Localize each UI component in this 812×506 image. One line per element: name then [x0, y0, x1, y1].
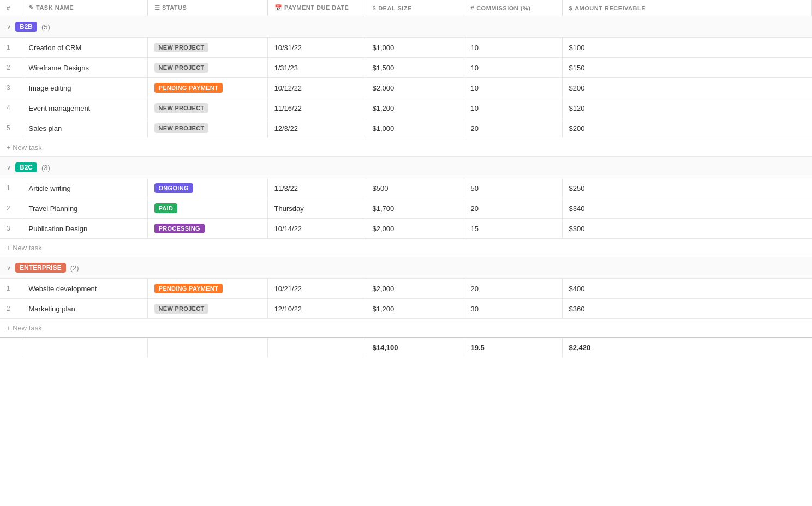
task-amount: $250 — [562, 178, 812, 198]
task-commission: 10 — [464, 38, 562, 58]
chevron-icon-b2b[interactable]: ∨ — [7, 23, 11, 31]
task-amount: $360 — [562, 299, 812, 319]
footer-deal-total: $14,100 — [366, 338, 464, 357]
task-date: 10/21/22 — [267, 279, 366, 299]
dollar-icon-amount: $ — [569, 5, 573, 11]
task-deal-size: $500 — [366, 178, 464, 198]
row-num: 3 — [0, 78, 22, 98]
group-header-b2c[interactable]: ∨B2C(3) — [0, 157, 812, 178]
task-commission: 20 — [464, 279, 562, 299]
task-commission: 10 — [464, 98, 562, 118]
task-name: Publication Design — [22, 219, 147, 239]
task-name: Creation of CRM — [22, 38, 147, 58]
task-deal-size: $2,000 — [366, 279, 464, 299]
chevron-icon-enterprise[interactable]: ∨ — [7, 264, 11, 272]
table-row[interactable]: 2Travel PlanningPAIDThursday$1,70020$340 — [0, 198, 812, 219]
status-badge: NEW PROJECT — [154, 43, 209, 52]
task-status: NEW PROJECT — [147, 118, 267, 138]
task-date: 11/3/22 — [267, 178, 366, 198]
group-badge-enterprise: ENTERPRISE — [15, 263, 66, 273]
row-num: 2 — [0, 198, 22, 219]
task-status: NEW PROJECT — [147, 299, 267, 319]
status-icon: ☰ — [154, 4, 160, 11]
main-table-container: # ✎TASK NAME ☰STATUS 📅PAYMENT DUE DATE $… — [0, 0, 812, 357]
table-row[interactable]: 1Website developmentPENDING PAYMENT10/21… — [0, 279, 812, 299]
new-task-label-b2b[interactable]: + New task — [0, 138, 812, 157]
status-badge: PENDING PAYMENT — [154, 284, 223, 293]
task-name: Website development — [22, 279, 147, 299]
footer-amount-total: $2,420 — [562, 338, 812, 357]
task-date: 10/14/22 — [267, 219, 366, 239]
table-row[interactable]: 1Creation of CRMNEW PROJECT10/31/22$1,00… — [0, 38, 812, 58]
row-num: 1 — [0, 279, 22, 299]
task-amount: $400 — [562, 279, 812, 299]
task-status: PAID — [147, 198, 267, 219]
table-row[interactable]: 3Publication DesignPROCESSING10/14/22$2,… — [0, 219, 812, 239]
row-num: 2 — [0, 58, 22, 78]
task-commission: 10 — [464, 78, 562, 98]
group-count-enterprise: (2) — [70, 264, 79, 272]
task-date: Thursday — [267, 198, 366, 219]
task-commission: 15 — [464, 219, 562, 239]
footer-cell-num — [0, 338, 22, 357]
new-task-label-enterprise[interactable]: + New task — [0, 319, 812, 338]
task-date: 12/3/22 — [267, 118, 366, 138]
table-footer: $14,100 19.5 $2,420 — [0, 338, 812, 357]
table-row[interactable]: 1Article writingONGOING11/3/22$50050$250 — [0, 178, 812, 198]
group-header-b2b[interactable]: ∨B2B(5) — [0, 16, 812, 38]
status-badge: NEW PROJECT — [154, 304, 209, 314]
status-badge: NEW PROJECT — [154, 103, 209, 113]
row-num: 4 — [0, 98, 22, 118]
task-deal-size: $1,500 — [366, 58, 464, 78]
new-task-label-b2c[interactable]: + New task — [0, 239, 812, 257]
task-date: 10/12/22 — [267, 78, 366, 98]
task-name-icon: ✎ — [29, 4, 34, 11]
chevron-icon-b2c[interactable]: ∨ — [7, 164, 11, 171]
table-row[interactable]: 4Event managementNEW PROJECT11/16/22$1,2… — [0, 98, 812, 118]
row-num: 1 — [0, 38, 22, 58]
footer-cell-date — [267, 338, 366, 357]
status-badge: PROCESSING — [154, 224, 205, 233]
task-date: 1/31/23 — [267, 58, 366, 78]
col-header-task-name: ✎TASK NAME — [22, 0, 147, 16]
status-badge: ONGOING — [154, 183, 193, 193]
task-commission: 20 — [464, 198, 562, 219]
group-header-enterprise[interactable]: ∨ENTERPRISE(2) — [0, 257, 812, 279]
task-status: NEW PROJECT — [147, 38, 267, 58]
task-deal-size: $1,200 — [366, 299, 464, 319]
task-deal-size: $1,000 — [366, 38, 464, 58]
table-header: # ✎TASK NAME ☰STATUS 📅PAYMENT DUE DATE $… — [0, 0, 812, 16]
task-amount: $340 — [562, 198, 812, 219]
row-num: 1 — [0, 178, 22, 198]
new-task-row-enterprise[interactable]: + New task — [0, 319, 812, 338]
table-row[interactable]: 3Image editingPENDING PAYMENT10/12/22$2,… — [0, 78, 812, 98]
col-header-commission: #COMMISSION (%) — [464, 0, 562, 16]
table-row[interactable]: 5Sales planNEW PROJECT12/3/22$1,00020$20… — [0, 118, 812, 138]
table-row[interactable]: 2Marketing planNEW PROJECT12/10/22$1,200… — [0, 299, 812, 319]
group-badge-b2b: B2B — [15, 22, 37, 32]
col-header-amount: $AMOUNT RECEIVABLE — [562, 0, 812, 16]
task-status: PROCESSING — [147, 219, 267, 239]
new-task-row-b2c[interactable]: + New task — [0, 239, 812, 257]
task-name: Article writing — [22, 178, 147, 198]
task-deal-size: $2,000 — [366, 219, 464, 239]
group-header-cell-b2c: ∨B2C(3) — [0, 157, 812, 178]
new-task-row-b2b[interactable]: + New task — [0, 138, 812, 157]
task-commission: 30 — [464, 299, 562, 319]
task-name: Sales plan — [22, 118, 147, 138]
group-header-cell-enterprise: ∨ENTERPRISE(2) — [0, 257, 812, 279]
dollar-icon-deal: $ — [373, 5, 377, 11]
table-row[interactable]: 2Wireframe DesignsNEW PROJECT1/31/23$1,5… — [0, 58, 812, 78]
col-header-status: ☰STATUS — [147, 0, 267, 16]
task-amount: $200 — [562, 78, 812, 98]
task-name: Event management — [22, 98, 147, 118]
calendar-icon: 📅 — [274, 4, 283, 11]
status-badge: NEW PROJECT — [154, 63, 209, 73]
task-amount: $200 — [562, 118, 812, 138]
group-header-cell-b2b: ∨B2B(5) — [0, 16, 812, 38]
task-status: ONGOING — [147, 178, 267, 198]
group-count-b2c: (3) — [41, 164, 50, 172]
group-count-b2b: (5) — [41, 23, 50, 31]
col-header-num: # — [0, 0, 22, 16]
task-deal-size: $2,000 — [366, 78, 464, 98]
